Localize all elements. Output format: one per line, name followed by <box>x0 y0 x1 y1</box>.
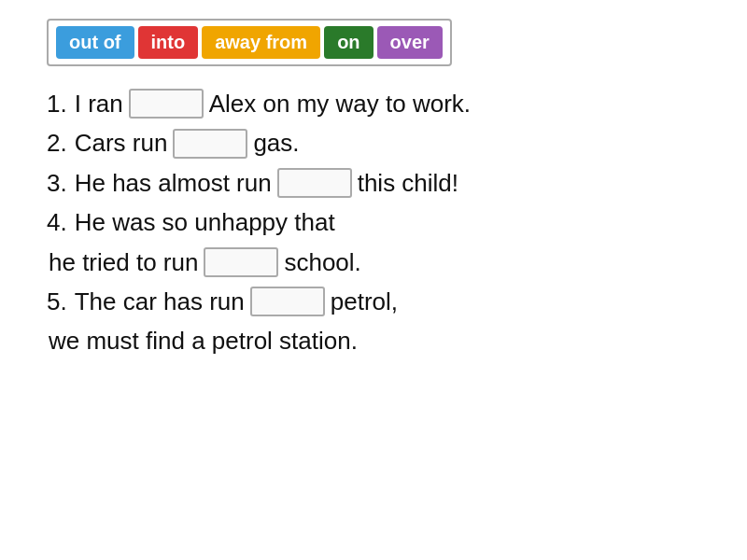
sentence-5a: 5. The car has run petrol, <box>47 285 700 318</box>
sentence-2-after: gas. <box>253 126 299 160</box>
sentence-3: 3. He has almost run this child! <box>47 166 700 200</box>
sentence-2-number: 2. <box>47 126 67 160</box>
sentence-4a: 4. He was so unhappy that <box>47 205 700 239</box>
sentence-4-number: 4. <box>47 205 67 239</box>
chip-on[interactable]: on <box>324 26 373 59</box>
sentence-5a-before: The car has run <box>75 285 245 318</box>
sentence-3-before: He has almost run <box>75 166 272 200</box>
blank-4[interactable] <box>204 247 278 277</box>
blank-2[interactable] <box>173 129 247 159</box>
sentence-5b-text: we must find a petrol station. <box>49 324 358 357</box>
chip-into[interactable]: into <box>138 26 199 59</box>
sentence-1: 1. I ran Alex on my way to work. <box>47 87 700 120</box>
sentence-1-number: 1. <box>47 87 67 120</box>
sentence-2: 2. Cars run gas. <box>47 126 700 160</box>
blank-3[interactable] <box>277 168 352 198</box>
sentence-4b-after: school. <box>284 245 360 279</box>
chip-out-of[interactable]: out of <box>56 26 134 59</box>
blank-1[interactable] <box>129 89 204 119</box>
sentence-5-number: 5. <box>47 285 67 318</box>
blank-5[interactable] <box>250 287 325 316</box>
sentence-4a-text: He was so unhappy that <box>75 205 335 239</box>
sentence-2-before: Cars run <box>75 126 168 160</box>
sentence-3-after: this child! <box>358 166 458 200</box>
sentence-4b: he tried to run school. <box>47 245 700 279</box>
chip-away-from[interactable]: away from <box>202 26 320 59</box>
sentence-1-before: I ran <box>75 87 123 120</box>
chip-over[interactable]: over <box>377 26 443 59</box>
sentence-3-number: 3. <box>47 166 67 200</box>
sentence-4b-before: he tried to run <box>49 245 198 279</box>
sentence-5a-after: petrol, <box>331 285 398 318</box>
sentence-5b: we must find a petrol station. <box>47 324 700 357</box>
sentence-1-after: Alex on my way to work. <box>209 87 471 120</box>
sentences-container: 1. I ran Alex on my way to work. 2. Cars… <box>47 87 700 358</box>
word-bank: out of into away from on over <box>47 19 452 66</box>
